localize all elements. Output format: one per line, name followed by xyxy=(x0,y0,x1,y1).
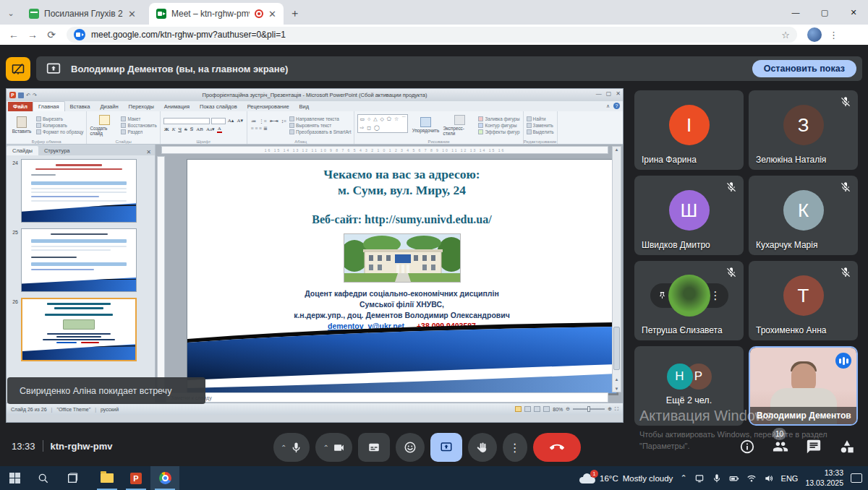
mic-tray-icon[interactable] xyxy=(712,473,722,483)
wifi-icon[interactable] xyxy=(746,473,757,483)
arrange-button[interactable]: Упорядочить xyxy=(410,113,441,137)
shape-outline-button[interactable]: Контур фигуры xyxy=(478,123,519,128)
bold-button[interactable]: Ж xyxy=(163,126,170,132)
participant-tile-irina[interactable]: І Ірина Фарина xyxy=(634,90,744,170)
pin-icon[interactable] xyxy=(658,291,667,301)
browser-menu-icon[interactable]: ⋮ xyxy=(829,30,838,40)
char-spacing-button[interactable]: АВ xyxy=(195,126,204,132)
scroll-down-icon[interactable]: ▼ xyxy=(613,387,621,391)
slideshow-view-icon[interactable] xyxy=(543,406,550,412)
format-painter-button[interactable]: Формат по образцу xyxy=(36,129,83,134)
tab2-close-icon[interactable]: ✕ xyxy=(268,9,276,20)
tab-file[interactable]: Файл xyxy=(8,102,33,111)
find-button[interactable]: Найти xyxy=(527,116,554,121)
present-button[interactable] xyxy=(430,433,462,462)
start-button[interactable] xyxy=(0,466,29,490)
indent-icons[interactable]: ⇤⇥ xyxy=(269,119,279,124)
taskbar-clock[interactable]: 13:33 13.03.2025 xyxy=(805,468,843,487)
zoom-in-icon[interactable]: ⊕ xyxy=(608,406,612,412)
browser-tab-1[interactable]: Посилання Глухів 2 • demento ✕ xyxy=(22,3,143,25)
reload-icon[interactable]: ⟳ xyxy=(42,29,61,40)
select-button[interactable]: Выделить xyxy=(527,129,554,134)
numbering-icon[interactable]: ⋮≡ xyxy=(258,119,268,124)
font-name-combobox[interactable] xyxy=(163,118,210,124)
minimize-button[interactable]: — xyxy=(781,0,810,25)
copy-button[interactable]: Копировать xyxy=(36,123,83,128)
help-icon[interactable]: ? xyxy=(613,103,620,109)
overflow-tile[interactable]: Н Р Ещё 2 чел. xyxy=(634,346,744,426)
align-text-button[interactable]: Выровнять текст xyxy=(289,123,351,128)
replace-button[interactable]: Заменить xyxy=(527,123,554,128)
url-text[interactable]: meet.google.com/ktn-rghw-pmv?authuser=0&… xyxy=(91,30,775,40)
slide-thumbnail-24[interactable]: 24 xyxy=(9,159,137,223)
participant-tile-trokhymenko[interactable]: Т Трохименко Анна xyxy=(749,261,858,340)
reset-button[interactable]: Восстановить xyxy=(121,123,156,128)
notes-pane[interactable]: Заметки к слайду xyxy=(166,392,608,403)
layout-button[interactable]: Макет xyxy=(121,116,156,121)
raise-hand-button[interactable] xyxy=(468,433,497,462)
presentation-warning-button[interactable] xyxy=(6,57,30,81)
tab-insert[interactable]: Вставка xyxy=(65,102,95,111)
section-button[interactable]: Раздел xyxy=(121,129,156,134)
tab1-close-icon[interactable]: ✕ xyxy=(128,9,136,20)
back-icon[interactable]: ← xyxy=(4,29,23,40)
tab-review[interactable]: Рецензирование xyxy=(242,102,294,111)
ribbon-collapse-icon[interactable]: ∧ xyxy=(606,103,610,109)
font-color-button[interactable]: А xyxy=(217,126,222,133)
reactions-button[interactable] xyxy=(396,433,425,462)
tab-slideshow[interactable]: Показ слайдов xyxy=(195,102,242,111)
new-slide-button[interactable]: Создать слайд xyxy=(90,113,119,137)
panel-tab-slides[interactable]: Слайды xyxy=(7,146,38,155)
font-size-combobox[interactable] xyxy=(211,118,226,124)
camera-button[interactable]: ⌃ xyxy=(315,433,352,462)
camera-options-icon[interactable]: ⌃ xyxy=(323,444,328,452)
search-button[interactable] xyxy=(29,466,58,490)
text-direction-button[interactable]: Направление текста xyxy=(289,116,351,121)
battery-icon[interactable] xyxy=(729,473,739,483)
ppt-minimize-icon[interactable]: — xyxy=(596,90,602,97)
meeting-details-button[interactable] xyxy=(739,439,755,455)
participant-tile-shvydkov[interactable]: Ш Швидков Дмитро xyxy=(634,176,744,255)
file-explorer-button[interactable] xyxy=(93,466,122,490)
bookmark-star-icon[interactable]: ☆ xyxy=(781,30,790,40)
maximize-button[interactable]: ▢ xyxy=(810,0,839,25)
shrink-font-icon[interactable]: A▾ xyxy=(236,118,244,124)
captions-button[interactable] xyxy=(358,433,390,462)
ppt-window-controls[interactable]: — ▢ ✕ xyxy=(596,90,621,97)
grow-font-icon[interactable]: A▴ xyxy=(227,118,235,124)
tab-animations[interactable]: Анимация xyxy=(159,102,195,111)
line-spacing-icon[interactable]: ↕≡ xyxy=(281,119,287,124)
volume-icon[interactable] xyxy=(764,473,774,483)
strikethrough-button[interactable]: S xyxy=(184,126,188,132)
prev-slide-icon[interactable]: ▲ xyxy=(613,377,621,382)
slide-thumbnail-26[interactable]: 26 xyxy=(9,298,137,361)
smartart-button[interactable]: Преобразовать в SmartArt xyxy=(289,129,351,134)
italic-button[interactable]: К xyxy=(171,126,176,132)
cut-button[interactable]: Вырезать xyxy=(36,116,83,121)
task-view-button[interactable] xyxy=(58,466,87,490)
reading-view-icon[interactable] xyxy=(534,406,540,412)
stop-presenting-button[interactable]: Остановить показ xyxy=(752,60,856,77)
scroll-up-icon[interactable]: ▲ xyxy=(613,147,621,152)
align-icons[interactable]: ≡ ≡ ≡ ≣ xyxy=(250,126,268,132)
change-case-button[interactable]: Аа▾ xyxy=(205,126,216,132)
tray-expand-icon[interactable]: ⌃ xyxy=(680,473,686,483)
browser-tab-2[interactable]: Meet – ktn-rghw-pmv ✕ xyxy=(149,3,284,25)
action-center-icon[interactable] xyxy=(851,473,862,483)
participant-tile-petrusha[interactable]: ⋮ Петруша Єлизавета xyxy=(634,261,744,340)
forward-icon[interactable]: → xyxy=(23,29,42,40)
powerpoint-taskbar-button[interactable]: P xyxy=(122,466,150,490)
slide-thumbnail-25[interactable]: 25 xyxy=(9,228,137,292)
status-language[interactable]: русский xyxy=(101,407,119,412)
more-options-button[interactable]: ⋮ xyxy=(503,433,527,462)
tab-transitions[interactable]: Переходы xyxy=(124,102,159,111)
screen-share-tray-icon[interactable] xyxy=(694,473,705,483)
mic-options-icon[interactable]: ⌃ xyxy=(281,444,286,452)
participant-tile-kukharchuk[interactable]: К Кухарчук Марія xyxy=(749,176,858,255)
activities-button[interactable] xyxy=(839,439,855,455)
chrome-taskbar-button[interactable] xyxy=(150,466,179,490)
tab-search-icon[interactable]: ⌄ xyxy=(3,5,19,21)
tab-design[interactable]: Дизайн xyxy=(95,102,123,111)
ppt-help-area[interactable]: ∧ ? xyxy=(606,103,620,109)
chat-button[interactable] xyxy=(806,439,822,455)
